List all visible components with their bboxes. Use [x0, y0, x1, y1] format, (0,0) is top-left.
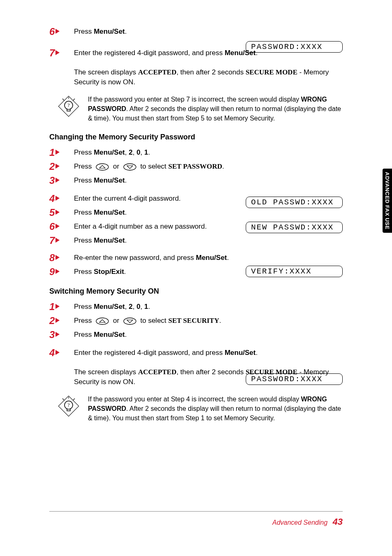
step-number: 4 — [49, 348, 74, 358]
page-footer: Advanced Sending 43 — [272, 517, 343, 527]
down-arrow-icon — [123, 317, 137, 325]
svg-point-6 — [96, 164, 108, 170]
step-wedge-icon — [55, 29, 60, 34]
step-number: 7 — [49, 48, 74, 58]
sect1-step-1: 1 Press Menu/Set, 2, 0, 1. — [49, 146, 343, 160]
step-number: 4 — [49, 194, 74, 204]
svg-line-14 — [73, 398, 75, 400]
step-text: Press or to select SET PASSWORD. — [74, 162, 343, 171]
lcd-display: NEW PASSWD:XXXX — [246, 222, 343, 233]
lightbulb-icon: ? — [57, 95, 81, 123]
svg-line-4 — [73, 99, 75, 100]
step-text: Press Menu/Set. — [74, 236, 343, 246]
step-number: 2 — [49, 162, 74, 171]
footer-section: Advanced Sending — [272, 519, 327, 526]
sect1-step-2: 2 Press or to select SET PASSWORD. — [49, 160, 343, 174]
step-wedge-icon — [55, 318, 60, 323]
sect1-step-8: 8 Re-enter the new password, and press M… — [49, 251, 343, 265]
page: ADVANCED FAX USE 6 Press Menu/Set. PASSW… — [0, 0, 392, 556]
sect2-step-1: 1 Press Menu/Set, 2, 0, 1. — [49, 300, 343, 314]
step-number: 9 — [49, 267, 74, 277]
step-number: 6 — [49, 222, 74, 232]
step-number: 2 — [49, 316, 74, 326]
step-wedge-icon — [55, 332, 60, 337]
sect2-step-4: 4 Enter the registered 4-digit password,… — [49, 346, 343, 360]
step-wedge-icon — [55, 150, 60, 155]
step-text: Press Menu/Set, 2, 0, 1. — [74, 148, 343, 158]
step-wedge-icon — [55, 164, 60, 169]
svg-point-9 — [124, 318, 136, 324]
step-wedge-icon — [55, 196, 60, 201]
step-text: Enter the registered 4-digit password, a… — [74, 348, 343, 358]
sect2-step-2: 2 Press or to select SET SECURITY. — [49, 314, 343, 328]
footer-rule — [49, 511, 343, 512]
note-box: ? If the password you enter at Step 4 is… — [49, 387, 343, 425]
step-text: Press Menu/Set. — [74, 330, 343, 340]
lcd-display: VERIFY:XXXX — [246, 266, 343, 277]
step-wedge-icon — [55, 210, 60, 215]
svg-point-7 — [124, 164, 136, 170]
footer-page: 43 — [333, 517, 343, 527]
step-text: Press or to select SET SECURITY. — [74, 316, 343, 326]
lcd-display: PASSWORD:XXXX — [246, 41, 343, 53]
up-arrow-icon — [95, 163, 109, 171]
step-wedge-icon — [55, 350, 60, 355]
step-text: Press Menu/Set. — [74, 27, 343, 37]
step-wedge-icon — [55, 304, 60, 309]
step-wedge-icon — [55, 224, 60, 229]
step-wedge-icon — [55, 178, 60, 183]
lcd-display: OLD PASSWD:XXXX — [246, 197, 343, 208]
sect1-step-7: 7 Press Menu/Set. — [49, 234, 343, 248]
sect1-step-3: 3 Press Menu/Set. — [49, 174, 343, 188]
svg-text:?: ? — [67, 402, 69, 408]
note-box: ? If the password you enter at Step 7 is… — [49, 87, 343, 125]
step-number: 8 — [49, 253, 74, 263]
step-number: 3 — [49, 176, 74, 185]
step-text: Press Menu/Set. — [74, 176, 343, 185]
down-arrow-icon — [123, 163, 137, 171]
section-heading: Changing the Memory Security Password — [49, 133, 343, 141]
lcd-display: PASSWORD:XXXX — [246, 373, 343, 385]
step-number: 1 — [49, 302, 74, 312]
result-sentence: The screen displays ACCEPTED, then after… — [49, 67, 343, 87]
step-text: Press Menu/Set. — [74, 208, 343, 218]
svg-line-13 — [62, 398, 64, 400]
step-number: 5 — [49, 208, 74, 218]
step-wedge-icon — [55, 269, 60, 274]
note-text: If the password you enter at Step 4 is i… — [88, 394, 343, 423]
step-text: Press Menu/Set, 2, 0, 1. — [74, 302, 343, 312]
step-number: 6 — [49, 27, 74, 37]
side-tab: ADVANCED FAX USE — [383, 169, 392, 233]
step-wedge-icon — [55, 50, 60, 55]
sect2-step-3: 3 Press Menu/Set. — [49, 328, 343, 342]
svg-line-3 — [62, 99, 64, 100]
svg-point-8 — [96, 318, 108, 324]
step-number: 1 — [49, 148, 74, 158]
note-text: If the password you enter at Step 7 is i… — [88, 95, 343, 123]
lightbulb-icon: ? — [57, 394, 81, 423]
step-wedge-icon — [55, 238, 60, 243]
section-heading: Switching Memory Security ON — [49, 287, 343, 296]
step-number: 3 — [49, 330, 74, 340]
step-number: 7 — [49, 236, 74, 246]
svg-text:?: ? — [67, 102, 69, 108]
step-6: 6 Press Menu/Set. — [49, 25, 343, 39]
up-arrow-icon — [95, 317, 109, 325]
step-text: Re-enter the new password, and press Men… — [74, 253, 343, 263]
step-wedge-icon — [55, 255, 60, 260]
